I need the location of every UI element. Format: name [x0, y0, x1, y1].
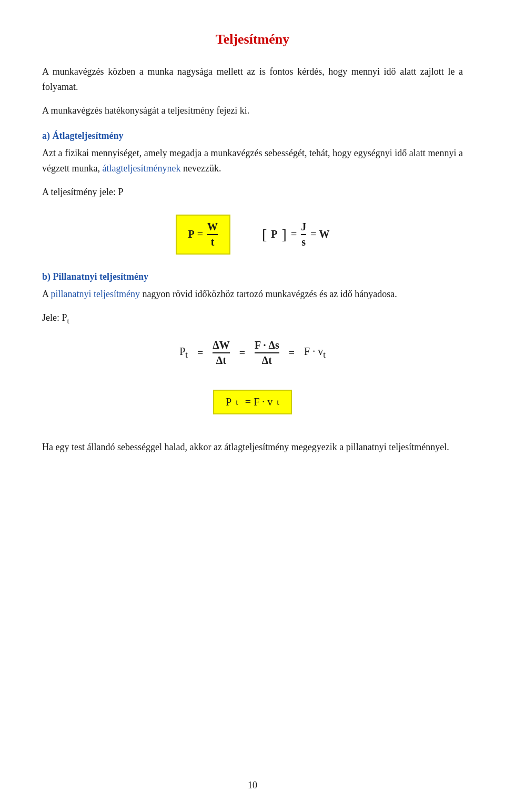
- jele-prefix: A teljesítmény jele: P: [42, 185, 463, 200]
- unit-W: = W: [310, 228, 329, 240]
- unit-P: P: [271, 228, 277, 240]
- fraction-W-t: W t: [207, 221, 218, 248]
- den-deltaT: Δt: [216, 353, 226, 367]
- page-number: 10: [248, 780, 257, 791]
- formula-unit: [ P ] = J s = W: [262, 221, 329, 248]
- formula-box-pw-t: P = W t: [176, 215, 231, 255]
- formula-row-pt: Pt = ΔW Δt = F · Δs Δt = F · vt: [42, 339, 463, 367]
- formula-pt-label: Pt: [179, 346, 188, 360]
- formula-block-a: P = W t [ P ] = J s = W: [42, 215, 463, 255]
- vt-sub: t: [323, 350, 326, 360]
- page-title: Teljesítmény: [42, 32, 463, 47]
- section-b: b) Pillanatnyi teljesítmény A pillanatny…: [42, 271, 463, 455]
- fraction-deltaW-deltaT: ΔW Δt: [213, 339, 230, 367]
- boxed-vt-sub: t: [277, 397, 279, 408]
- sub-t: t: [67, 316, 69, 324]
- fraction-J-s: J s: [301, 221, 306, 248]
- section-a-heading: a) Átlagteljesítmény: [42, 130, 463, 141]
- boxed-pt-sub: t: [236, 397, 238, 408]
- numerator-J: J: [301, 221, 306, 235]
- pt-sub1: t: [185, 350, 188, 360]
- eq1: =: [197, 347, 203, 359]
- intro-line1: A munkavégzés közben a munka nagysága me…: [42, 64, 463, 95]
- atlagteljesitmeny-link: átlagteljesítménynek: [102, 163, 180, 174]
- num-deltaW: ΔW: [213, 339, 230, 353]
- pillanatnyi-link: pillanatnyi teljesítmény: [51, 289, 140, 299]
- denominator-s: s: [301, 235, 306, 248]
- jele-pt: Jele: Pt: [42, 310, 463, 327]
- formula-boxed-row: Pt = F · vt: [42, 379, 463, 425]
- num-Fs: F · Δs: [255, 339, 279, 353]
- denominator-t: t: [211, 235, 215, 248]
- intro-line2: A munkavégzés hatékonyságát a teljesítmé…: [42, 103, 463, 118]
- numerator-W: W: [207, 221, 218, 235]
- section-b-body: A pillanatnyi teljesítmény nagyon rövid …: [42, 287, 463, 302]
- den-deltaT2: Δt: [262, 353, 272, 367]
- eq2: =: [239, 347, 245, 359]
- fraction-Fs-deltaT: F · Δs Δt: [255, 339, 279, 367]
- section-a-body: Azt a fizikai mennyiséget, amely megadja…: [42, 146, 463, 176]
- page: Teljesítmény A munkavégzés közben a munk…: [0, 0, 505, 812]
- final-text: Ha egy test állandó sebességgel halad, a…: [42, 440, 463, 455]
- formula-Fvt: F · vt: [304, 346, 326, 360]
- formula-P-label: P =: [188, 228, 204, 240]
- unit-equals: =: [291, 228, 297, 240]
- bracket-close: ]: [282, 226, 287, 243]
- bracket-open: [: [262, 226, 267, 243]
- section-b-heading: b) Pillanatnyi teljesítmény: [42, 271, 463, 282]
- formula-box-pt-fvt: Pt = F · vt: [213, 390, 292, 414]
- eq3: =: [289, 347, 295, 359]
